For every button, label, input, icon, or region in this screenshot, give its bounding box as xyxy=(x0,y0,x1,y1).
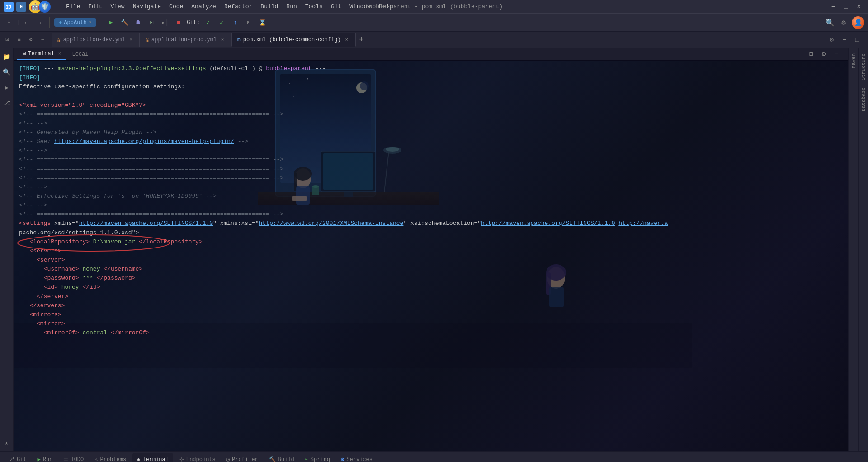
btab-todo[interactable]: ☰ TODO xyxy=(59,453,88,462)
tab-split-icon[interactable]: ⊡ xyxy=(2,34,13,45)
editor-min-icon[interactable]: − xyxy=(839,34,850,45)
menu-edit[interactable]: Edit xyxy=(85,2,106,11)
vcs-icon[interactable]: ⑂ xyxy=(4,17,14,28)
appauth-selector[interactable]: ● AppAuth ▾ xyxy=(54,18,96,27)
tab-close-app-prod[interactable]: × xyxy=(219,37,226,43)
stop-btn[interactable]: ■ xyxy=(173,17,184,28)
terminal-area[interactable]: [INFO] --- maven-help-plugin:3.3.0:effec… xyxy=(14,61,848,451)
btab-spring[interactable]: ❧ Spring xyxy=(301,453,335,462)
tab-yml-icon-1: ≋ xyxy=(57,37,61,43)
maximize-btn[interactable]: □ xyxy=(840,2,851,11)
editor-settings-icon[interactable]: ⚙ xyxy=(826,34,837,45)
close-btn[interactable]: × xyxy=(854,2,864,11)
svg-text:IJ: IJ xyxy=(6,5,11,10)
tab-label-app-prod: application-prod.yml xyxy=(151,37,217,43)
terminal-ctrl-split[interactable]: ⊡ xyxy=(806,49,816,60)
btab-terminal[interactable]: ⊞ Terminal xyxy=(132,453,173,462)
btab-git[interactable]: ⎇ Git xyxy=(4,453,31,462)
menu-view[interactable]: View xyxy=(107,2,128,11)
menu-analyze[interactable]: Analyze xyxy=(188,2,220,11)
menu-git[interactable]: Git xyxy=(327,2,345,11)
btab-problems-label: Problems xyxy=(100,457,127,462)
tab-add-btn[interactable]: + xyxy=(356,34,368,46)
run-btn[interactable]: ▶ xyxy=(106,17,116,29)
xsi-link[interactable]: http://www.w3.org/2001/XMLSchema-instanc… xyxy=(259,220,404,227)
menu-file[interactable]: File xyxy=(62,2,84,11)
line-16: <!-- --> xyxy=(19,201,843,210)
back-icon[interactable]: ← xyxy=(21,17,32,28)
schema-loc2-link[interactable]: http://maven.a xyxy=(618,220,668,227)
btab-endpoints[interactable]: ⊹ Endpoints xyxy=(175,453,220,462)
git-push-icon[interactable]: ↑ xyxy=(230,17,241,28)
tab-app-prod[interactable]: ≋ application-prod.yml × xyxy=(140,33,231,47)
xmlns-link[interactable]: http://maven.apache.org/SETTINGS/1.1.0 xyxy=(79,220,213,227)
git-pull-icon[interactable]: ↻ xyxy=(243,17,254,28)
appauth-dropdown-icon: ▾ xyxy=(89,19,92,26)
cmd-text-1: --- xyxy=(44,65,58,72)
git-history-icon[interactable]: ⌛ xyxy=(257,17,268,28)
tab-pom-common[interactable]: m pom.xml (bubble-common-config) × xyxy=(231,33,356,47)
sidebar-project-icon[interactable]: 📁 xyxy=(2,52,12,62)
line-20: <servers> xyxy=(19,247,843,256)
btab-problems[interactable]: ⚠ Problems xyxy=(90,453,131,462)
database-panel-label[interactable]: Database xyxy=(859,84,868,115)
search-everywhere-btn[interactable]: 🔍 xyxy=(825,17,835,28)
local-repo-close: </localRepository> xyxy=(139,238,202,245)
tab-hide-icon[interactable]: − xyxy=(37,34,48,45)
btab-profiler[interactable]: ◷ Profiler xyxy=(222,453,263,462)
git-update-icon[interactable]: ✓ xyxy=(216,17,227,28)
sidebar-git-icon[interactable]: ⎇ xyxy=(2,98,12,108)
tab-settings-icon[interactable]: ⚙ xyxy=(25,34,36,45)
terminal-ctrl-min[interactable]: − xyxy=(831,49,842,60)
toolbar-left: ⑂ | ← → xyxy=(4,17,45,28)
maven-help-link[interactable]: https://maven.apache.org/plugins/maven-h… xyxy=(54,138,234,145)
btab-run[interactable]: ▶ Run xyxy=(33,453,57,462)
btab-build[interactable]: 🔨 Build xyxy=(264,453,299,462)
terminal-ctrl-settings[interactable]: ⚙ xyxy=(818,49,829,60)
build-btn[interactable]: 🔨 xyxy=(119,17,130,28)
project-icon: E xyxy=(16,2,26,12)
terminal-tab-main[interactable]: ⊞ Terminal × xyxy=(17,49,66,60)
profile-run-btn[interactable]: ⊡ xyxy=(146,17,157,28)
terminal-tab-local[interactable]: Local xyxy=(66,49,94,60)
appauth-label: AppAuth xyxy=(64,19,86,26)
line-29: <mirrorOf> central </mirrorOf> xyxy=(19,329,843,338)
maven-panel-label[interactable]: Maven xyxy=(849,50,858,72)
minimize-btn[interactable]: − xyxy=(828,2,839,11)
structure-panel-label[interactable]: Structure xyxy=(859,50,868,84)
tab-menu-icon[interactable]: ≡ xyxy=(14,34,24,45)
tab-close-pom-common[interactable]: × xyxy=(344,37,350,43)
editor-max-icon[interactable]: □ xyxy=(852,34,863,45)
line-9: <!-- See: https://maven.apache.org/plugi… xyxy=(19,137,843,146)
bottom-toolbar: ⎇ Git ▶ Run ☰ TODO ⚠ Problems ⊞ Terminal… xyxy=(0,451,868,462)
menu-run[interactable]: Run xyxy=(283,2,300,11)
settings-btn[interactable]: ⚙ xyxy=(838,17,849,28)
tab-close-app-dev[interactable]: × xyxy=(127,37,134,43)
tab-yml-icon-2: ≋ xyxy=(146,37,149,43)
menu-code[interactable]: Code xyxy=(165,2,187,11)
btab-services[interactable]: ⚙ Services xyxy=(336,453,377,462)
terminal-tab-close[interactable]: × xyxy=(58,51,61,57)
coverage-btn[interactable]: ☗ xyxy=(132,17,143,28)
sidebar-run-icon[interactable]: ▶ xyxy=(2,82,12,92)
sidebar-search-icon[interactable]: 🔍 xyxy=(2,67,12,77)
line-15: <!-- Effective Settings for 's' on 'HONE… xyxy=(19,192,843,201)
line-24: <id> honey </id> xyxy=(19,283,843,292)
more-run-btn[interactable]: ▸| xyxy=(160,17,170,28)
user-avatar[interactable]: 👤 xyxy=(852,16,864,29)
schema-loc1-link[interactable]: http://maven.apache.org/SETTINGS/1.1.0 xyxy=(481,220,615,227)
btab-terminal-label: Terminal xyxy=(142,457,169,462)
menu-navigate[interactable]: Navigate xyxy=(129,2,165,11)
menu-build[interactable]: Build xyxy=(257,2,282,11)
tab-app-dev[interactable]: ≋ application-dev.yml × xyxy=(52,33,140,47)
forward-icon[interactable]: → xyxy=(34,17,45,28)
indent-24 xyxy=(19,284,40,291)
menu-tools[interactable]: Tools xyxy=(302,2,326,11)
schema-cont: pache.org/xsd/settings-1.1.0.xsd"> xyxy=(19,229,139,236)
left-sidebar: 📁 🔍 ▶ ⎇ ★ xyxy=(0,48,14,451)
git-check-icon[interactable]: ✓ xyxy=(203,17,213,28)
comment-line-12: <!-- ===================================… xyxy=(19,166,283,172)
line-18: <settings xmlns="http://maven.apache.org… xyxy=(19,219,843,228)
menu-refactor[interactable]: Refactor xyxy=(221,2,256,11)
sidebar-favorites-icon[interactable]: ★ xyxy=(2,438,12,448)
